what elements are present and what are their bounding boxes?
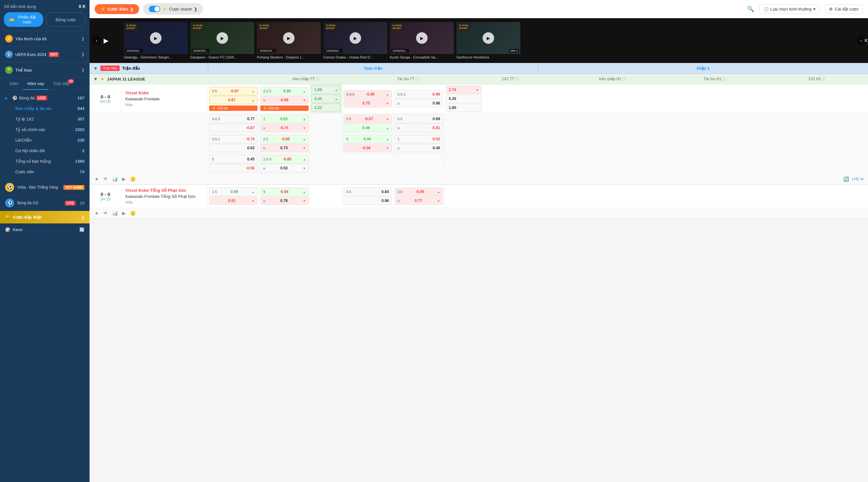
keo-chap-handicap-1[interactable]: 0.5 -0.97 — [209, 87, 257, 95]
m2-keo-home[interactable]: 1.5 0.99 — [209, 188, 257, 196]
1x2-h1-away-1[interactable]: 1.80 — [446, 103, 482, 112]
sub-keo-h1-away-1[interactable]: 0.46 — [343, 124, 392, 132]
sub-xiu-h1-2[interactable]: u 0.40 — [395, 144, 443, 152]
play-action-button-2[interactable]: ▶ — [121, 210, 127, 216]
sub-keo-h1-home-2[interactable]: 0 0.44 — [343, 135, 392, 143]
coin-action-button[interactable]: 🪙 — [129, 176, 137, 182]
tai-h1-1[interactable]: 0.5-1 -0.96 — [395, 90, 443, 98]
sub-xiu-h1-1[interactable]: u -0.81 — [395, 124, 443, 132]
info-icon[interactable]: ⓘ — [316, 77, 319, 82]
eye-action-button[interactable]: 👁 — [102, 176, 109, 182]
league-row[interactable]: ▼ ★ JAPAN J1 LEAGUE Kèo chấp TT ⓘ Tài Xi… — [90, 74, 868, 85]
xiu-btn-1[interactable]: u -0.99 — [260, 96, 309, 104]
sub-xiu-2[interactable]: u 0.73 — [260, 144, 309, 152]
info-icon[interactable]: ⓘ — [415, 77, 419, 82]
1x2-h1-home-1[interactable]: 2.74 — [446, 86, 482, 94]
menu-co-hoi[interactable]: Cơ hội nhân đôi 2 — [0, 146, 90, 156]
more-markets-button[interactable]: (+8) ≫ — [852, 177, 864, 181]
search-button[interactable]: 🔍 — [747, 5, 754, 12]
video-card-0[interactable]: G GOALSPORT 15/06/202... ▶ Gwangju - Gim… — [124, 22, 188, 59]
video-card-4[interactable]: G GOALSPORT 15/06/202... ▶ Kyoto Sanga -… — [390, 22, 454, 59]
lua-chon-button[interactable]: 🕐 Lựa chọn bình thường ▾ — [759, 4, 820, 14]
video-next-button[interactable]: › — [857, 36, 865, 45]
menu-tong-so[interactable]: Tổng số bàn thắng 1368 — [0, 156, 90, 166]
1x2-home-1[interactable]: 1.99 — [311, 86, 341, 94]
cai-dat-button[interactable]: ⚙ Cài đặt cược — [825, 4, 863, 14]
sidebar-cuoc-dac-biet[interactable]: 🏆 Cược Đặc Biệt ❯ — [0, 211, 90, 223]
info-icon[interactable]: ⓘ — [822, 77, 826, 82]
menu-bong-da[interactable]: ▶ ⚽ Bóng đá LIVE 167 — [0, 93, 90, 103]
video-card-1[interactable]: G GOALSPORT 15/06/202... ▶ Gangwon - Suw… — [190, 22, 254, 59]
chart-action-button-2[interactable]: 📊 — [111, 210, 119, 216]
video-card-3[interactable]: G GOALSPORT 15/06/202... ▶ Cerezo Osaka … — [323, 22, 387, 59]
team-home-1[interactable]: Vissel Kobe — [125, 91, 204, 95]
play-action-button[interactable]: ▶ — [121, 176, 127, 182]
info-icon[interactable]: ⓘ — [515, 77, 519, 82]
m2-keo-away[interactable]: 0.81 — [209, 197, 257, 205]
phieu-dat-cuoc-button[interactable]: 🎫 Phiếu đặt cược — [4, 12, 43, 27]
star-action-button[interactable]: ★ — [93, 176, 100, 182]
sub-tai-h1-2[interactable]: 1 -0.52 — [395, 135, 443, 143]
sub-keo-h1-away-2[interactable]: -0.56 — [343, 144, 392, 152]
chart-action-button[interactable]: 📊 — [111, 176, 119, 182]
team-home-2[interactable]: Vissel Kobe Tổng Số Phạt Góc — [125, 188, 204, 193]
video-card-5[interactable]: G GOALSPORT MW 1 ▶ Sanfrecce Hiroshima — [456, 22, 520, 59]
sidebar-bong-da-gs[interactable]: ⚽ Bóng đá GS LIVE 10 — [0, 195, 90, 211]
sidebar-section-euro[interactable]: ⚽ UEFA Euro 2024 HOT ❯ — [0, 47, 90, 62]
1x2-draw-1[interactable]: 3.44 — [311, 95, 341, 103]
sub-home-1[interactable]: 0-0.5 0.77 — [209, 115, 257, 123]
video-prev-button[interactable]: ‹ — [92, 36, 101, 45]
sub-tai-1[interactable]: 2 0.62 — [260, 115, 309, 123]
tai-btn-1[interactable]: 2-2.5 0.89 — [260, 87, 309, 95]
xiu-h1-1[interactable]: u 0.86 — [395, 99, 443, 107]
menu-le-chan[interactable]: Lẻ/Chẵn 236 — [0, 135, 90, 146]
sidebar-section-sport[interactable]: 🏆 Thể thao ❯ — [0, 62, 90, 78]
m2-tai[interactable]: 9 -0.94 — [260, 188, 309, 196]
refresh-action-button[interactable]: 🔄 — [842, 176, 850, 182]
menu-ty-so[interactable]: Tỷ số chính xác 2302 — [0, 124, 90, 135]
m2-xiu[interactable]: u 0.76 — [260, 197, 309, 205]
keo-chap-away-1[interactable]: 0.87 — [209, 96, 257, 104]
sub-xiu-3[interactable]: u 0.53 — [260, 164, 309, 172]
sidebar-keno[interactable]: 🎲 Keno 🔄 — [0, 223, 90, 236]
video-card-2[interactable]: G GOALSPORT 15/06/202... ▶ Pohang Steele… — [257, 22, 321, 59]
sub-keo-h1-home-1[interactable]: 0.5 -0.57 — [343, 115, 392, 123]
sub-home-3[interactable]: 0 0.45 — [209, 155, 257, 163]
coin-action-button-2[interactable]: 🪙 — [129, 210, 137, 216]
star-action-button-2[interactable]: ★ — [93, 210, 100, 216]
sub-tai-h1-1[interactable]: 0.5 0.69 — [395, 115, 443, 123]
sub-xiu-1[interactable]: u -0.74 — [260, 124, 309, 132]
sub-home-2[interactable]: 0.5-1 -0.74 — [209, 135, 257, 143]
keo-chap-h1-away-1[interactable]: 0.75 — [343, 99, 392, 107]
m2-tai-h1[interactable]: 3.5 -0.95 — [395, 188, 443, 196]
tab-som[interactable]: Sớm — [5, 78, 23, 90]
menu-cuoc-xien[interactable]: Cược xiên 74 — [0, 166, 90, 177]
tab-tructiep[interactable]: Trực tiếp 39 — [49, 78, 74, 90]
menu-keo-chap[interactable]: Kèo chấp & tài xiu 944 — [0, 103, 90, 114]
sub-away-1[interactable]: -0.87 — [209, 124, 257, 132]
1x2-away-1[interactable]: 3.22 — [311, 103, 341, 112]
cuoc-nhanh-button[interactable]: ⚡ Cược nhanh ❯ — [143, 3, 204, 15]
cuoc-xien-button[interactable]: ⚡ Cược Xiên ❯ — [95, 4, 139, 14]
toggle-switch[interactable] — [149, 6, 160, 12]
m2-keo-h1-away[interactable]: 0.96 — [343, 197, 392, 205]
sidebar-volta[interactable]: ⚽ Volta - Bàn Thắng Vàng HOT GAME — [0, 180, 90, 195]
info-icon[interactable]: ⓘ — [722, 77, 726, 82]
eye-action-button-2[interactable]: 👁 — [102, 210, 109, 216]
video-play-button[interactable]: ▶ — [104, 37, 108, 44]
tab-homnay[interactable]: Hôm nay — [23, 78, 49, 90]
sub-away-3[interactable]: -0.56 — [209, 164, 257, 172]
info-icon[interactable]: ⓘ — [622, 77, 626, 82]
m2-keo-h1-home[interactable]: 0.5 0.84 — [343, 188, 392, 196]
sidebar-section-favorites[interactable]: ⭐ Yêu thích của tôi ❯ — [0, 31, 90, 47]
keo-chap-h1-home-1[interactable]: 0-0.5 -0.85 — [343, 90, 392, 98]
m2-xiu-h1[interactable]: u 0.77 — [395, 197, 443, 205]
bang-cuoc-button[interactable]: Bảng cược — [46, 12, 86, 27]
menu-ty-le-1x2[interactable]: Tỷ lệ 1X2 307 — [0, 114, 90, 124]
1x2-h1-draw-1[interactable]: 5.35 — [446, 95, 482, 103]
sub-tai-3[interactable]: 2.5-3 -0.65 — [260, 155, 309, 163]
sub-tai-2[interactable]: 2.5 -0.85 — [260, 135, 309, 143]
collapse-all-button[interactable]: ▼ — [93, 66, 98, 71]
sub-away-2[interactable]: 0.63 — [209, 144, 257, 152]
league-collapse-button[interactable]: ▼ — [93, 76, 98, 82]
